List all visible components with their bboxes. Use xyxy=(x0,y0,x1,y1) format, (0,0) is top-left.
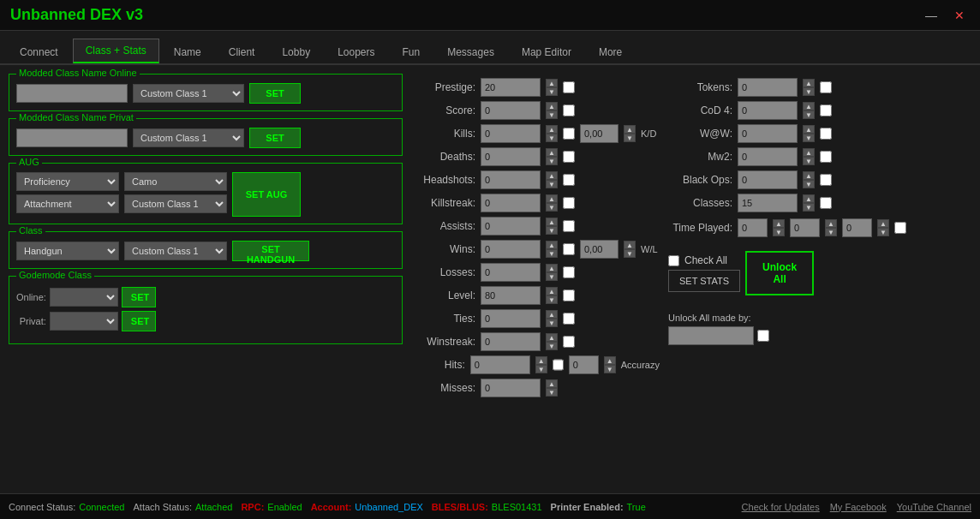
accuracy-input[interactable] xyxy=(569,355,599,374)
cod4-down[interactable]: ▼ xyxy=(803,110,815,119)
kd-up[interactable]: ▲ xyxy=(624,125,636,134)
prestige-down[interactable]: ▼ xyxy=(546,87,558,96)
tab-name[interactable]: Name xyxy=(161,40,214,63)
accuracy-up[interactable]: ▲ xyxy=(604,356,616,365)
kd-spin[interactable]: ▲ ▼ xyxy=(624,125,636,142)
godemode-online-select[interactable] xyxy=(50,288,118,307)
youtube-link[interactable]: YouTube Channel xyxy=(897,502,971,512)
kd-input[interactable] xyxy=(580,124,618,143)
blackops-down[interactable]: ▼ xyxy=(803,180,815,188)
deaths-down[interactable]: ▼ xyxy=(546,157,558,165)
winstreak-up[interactable]: ▲ xyxy=(546,333,558,342)
blackops-up[interactable]: ▲ xyxy=(803,171,815,180)
set-stats-button[interactable]: SET STATS xyxy=(668,270,740,292)
losses-input[interactable] xyxy=(481,263,541,282)
check-updates-link[interactable]: Check for Updates xyxy=(742,502,820,512)
score-input[interactable] xyxy=(481,101,541,120)
unlock-made-by-check[interactable] xyxy=(757,330,769,342)
tab-map-editor[interactable]: Map Editor xyxy=(509,40,584,63)
timeplayed-m-down[interactable]: ▼ xyxy=(825,228,837,236)
score-spin[interactable]: ▲ ▼ xyxy=(546,102,558,119)
score-down[interactable]: ▼ xyxy=(546,110,558,119)
killstreak-down[interactable]: ▼ xyxy=(546,203,558,212)
tokens-spin[interactable]: ▲ ▼ xyxy=(803,79,815,96)
losses-up[interactable]: ▲ xyxy=(546,264,558,272)
headshots-up[interactable]: ▲ xyxy=(546,171,558,180)
kills-check[interactable] xyxy=(563,128,575,140)
wl-down[interactable]: ▼ xyxy=(624,249,636,258)
timeplayed-s-spin[interactable]: ▲ ▼ xyxy=(877,219,889,236)
tab-messages[interactable]: Messages xyxy=(434,40,507,63)
timeplayed-h-down[interactable]: ▼ xyxy=(773,228,785,236)
wl-input[interactable] xyxy=(580,240,618,259)
timeplayed-h-up[interactable]: ▲ xyxy=(773,219,785,228)
modded-online-set-button[interactable]: SET xyxy=(249,83,301,104)
prestige-up[interactable]: ▲ xyxy=(546,79,558,87)
ties-up[interactable]: ▲ xyxy=(546,310,558,319)
waw-down[interactable]: ▼ xyxy=(803,134,815,142)
level-check[interactable] xyxy=(563,289,575,301)
blackops-input[interactable] xyxy=(738,170,798,189)
wins-input[interactable] xyxy=(481,240,541,259)
hits-check[interactable] xyxy=(553,359,564,371)
assists-down[interactable]: ▼ xyxy=(546,226,558,235)
score-up[interactable]: ▲ xyxy=(546,102,558,110)
godemode-online-set-button[interactable]: SET xyxy=(122,287,156,307)
waw-up[interactable]: ▲ xyxy=(803,125,815,134)
deaths-check[interactable] xyxy=(563,151,575,163)
level-input[interactable] xyxy=(481,286,541,305)
tokens-check[interactable] xyxy=(820,81,832,93)
aug-attachment-select[interactable]: Attachment xyxy=(16,194,119,213)
facebook-link[interactable]: My Facebook xyxy=(830,502,887,512)
kills-down[interactable]: ▼ xyxy=(546,134,558,142)
cod4-input[interactable] xyxy=(738,101,798,120)
classes-up[interactable]: ▲ xyxy=(803,194,815,203)
kills-input[interactable] xyxy=(481,124,541,143)
assists-check[interactable] xyxy=(563,220,575,232)
ties-check[interactable] xyxy=(563,313,575,325)
unlock-made-by-input[interactable] xyxy=(668,326,754,345)
class-set-button[interactable]: SET HANDGUN xyxy=(232,241,309,261)
timeplayed-m-up[interactable]: ▲ xyxy=(825,219,837,228)
unlock-all-button[interactable]: Unlock All xyxy=(745,251,814,295)
misses-down[interactable]: ▼ xyxy=(546,388,558,397)
ties-down[interactable]: ▼ xyxy=(546,319,558,327)
classes-spin[interactable]: ▲ ▼ xyxy=(803,194,815,212)
godemode-privat-select[interactable] xyxy=(50,312,118,331)
hits-spin[interactable]: ▲ ▼ xyxy=(535,356,547,373)
wins-down[interactable]: ▼ xyxy=(546,249,558,258)
tab-class-stats[interactable]: Class + Stats xyxy=(73,39,159,63)
accuracy-spin[interactable]: ▲ ▼ xyxy=(604,356,616,373)
modded-privat-set-button[interactable]: SET xyxy=(249,128,301,148)
wins-spin[interactable]: ▲ ▼ xyxy=(546,241,558,258)
assists-spin[interactable]: ▲ ▼ xyxy=(546,218,558,235)
losses-spin[interactable]: ▲ ▼ xyxy=(546,264,558,281)
aug-class-select[interactable]: Custom Class 1 xyxy=(124,194,227,213)
classes-input[interactable] xyxy=(738,194,798,212)
hits-up[interactable]: ▲ xyxy=(535,356,547,365)
prestige-spin[interactable]: ▲ ▼ xyxy=(546,79,558,96)
tokens-up[interactable]: ▲ xyxy=(803,79,815,87)
killstreak-up[interactable]: ▲ xyxy=(546,194,558,203)
killstreak-input[interactable] xyxy=(481,194,541,212)
godemode-privat-set-button[interactable]: SET xyxy=(122,311,156,331)
aug-camo-select[interactable]: Camo xyxy=(124,172,227,191)
misses-input[interactable] xyxy=(481,379,541,397)
waw-spin[interactable]: ▲ ▼ xyxy=(803,125,815,142)
timeplayed-check[interactable] xyxy=(894,222,906,234)
close-button[interactable]: ✕ xyxy=(949,7,970,24)
losses-down[interactable]: ▼ xyxy=(546,272,558,281)
hits-down[interactable]: ▼ xyxy=(535,365,547,373)
headshots-input[interactable] xyxy=(481,170,541,189)
modded-privat-class-select[interactable]: Custom Class 1 Custom Class 2 xyxy=(133,128,244,147)
tab-more[interactable]: More xyxy=(586,40,635,63)
wins-up[interactable]: ▲ xyxy=(546,241,558,249)
headshots-down[interactable]: ▼ xyxy=(546,180,558,188)
winstreak-check[interactable] xyxy=(563,336,575,348)
blackops-spin[interactable]: ▲ ▼ xyxy=(803,171,815,188)
misses-spin[interactable]: ▲ ▼ xyxy=(546,379,558,397)
tab-connect[interactable]: Connect xyxy=(7,40,71,63)
timeplayed-s-up[interactable]: ▲ xyxy=(877,219,889,228)
level-up[interactable]: ▲ xyxy=(546,287,558,295)
level-down[interactable]: ▼ xyxy=(546,295,558,304)
